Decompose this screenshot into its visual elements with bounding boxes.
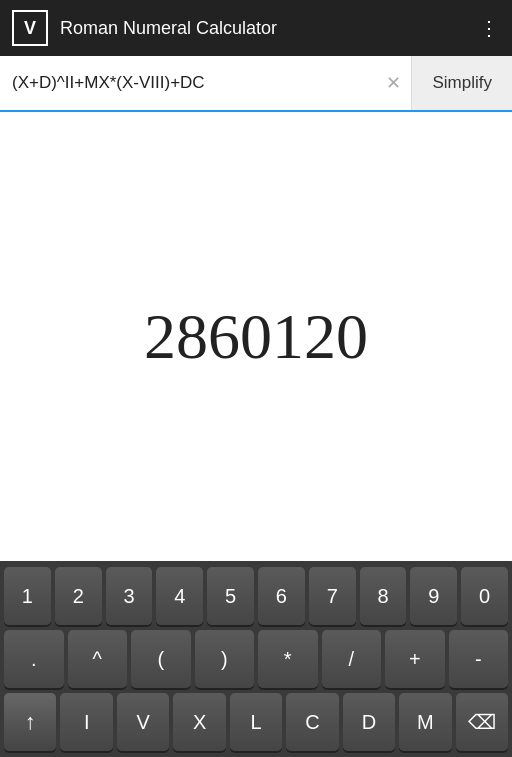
app-title: Roman Numeral Calculator — [60, 18, 479, 39]
key-C[interactable]: C — [286, 693, 338, 751]
key-minus[interactable]: - — [449, 630, 509, 688]
key-M[interactable]: M — [399, 693, 451, 751]
key-lparen[interactable]: ( — [131, 630, 191, 688]
key-8[interactable]: 8 — [360, 567, 407, 625]
menu-icon[interactable]: ⋮ — [479, 16, 500, 40]
app-logo: V — [12, 10, 48, 46]
key-divide[interactable]: / — [322, 630, 382, 688]
key-shift[interactable]: ↑ — [4, 693, 56, 751]
key-4[interactable]: 4 — [156, 567, 203, 625]
key-V[interactable]: V — [117, 693, 169, 751]
key-0[interactable]: 0 — [461, 567, 508, 625]
keyboard-row-numbers: 1 2 3 4 5 6 7 8 9 0 — [4, 567, 508, 625]
key-D[interactable]: D — [343, 693, 395, 751]
expression-input[interactable] — [0, 56, 376, 110]
clear-button[interactable]: ✕ — [376, 56, 411, 110]
key-caret[interactable]: ^ — [68, 630, 128, 688]
key-I[interactable]: I — [60, 693, 112, 751]
key-9[interactable]: 9 — [410, 567, 457, 625]
key-L[interactable]: L — [230, 693, 282, 751]
key-X[interactable]: X — [173, 693, 225, 751]
keyboard-row-roman: ↑ I V X L C D M ⌫ — [4, 693, 508, 751]
result-area: 2860120 — [0, 112, 512, 561]
input-bar: ✕ Simplify — [0, 56, 512, 112]
keyboard: 1 2 3 4 5 6 7 8 9 0 . ^ ( ) * / + - ↑ I … — [0, 561, 512, 757]
key-backspace[interactable]: ⌫ — [456, 693, 508, 751]
key-6[interactable]: 6 — [258, 567, 305, 625]
key-5[interactable]: 5 — [207, 567, 254, 625]
key-multiply[interactable]: * — [258, 630, 318, 688]
app-header: V Roman Numeral Calculator ⋮ — [0, 0, 512, 56]
key-rparen[interactable]: ) — [195, 630, 255, 688]
key-2[interactable]: 2 — [55, 567, 102, 625]
key-dot[interactable]: . — [4, 630, 64, 688]
key-3[interactable]: 3 — [106, 567, 153, 625]
key-7[interactable]: 7 — [309, 567, 356, 625]
result-value: 2860120 — [144, 300, 368, 374]
keyboard-row-symbols: . ^ ( ) * / + - — [4, 630, 508, 688]
key-1[interactable]: 1 — [4, 567, 51, 625]
simplify-button[interactable]: Simplify — [411, 56, 512, 110]
key-plus[interactable]: + — [385, 630, 445, 688]
